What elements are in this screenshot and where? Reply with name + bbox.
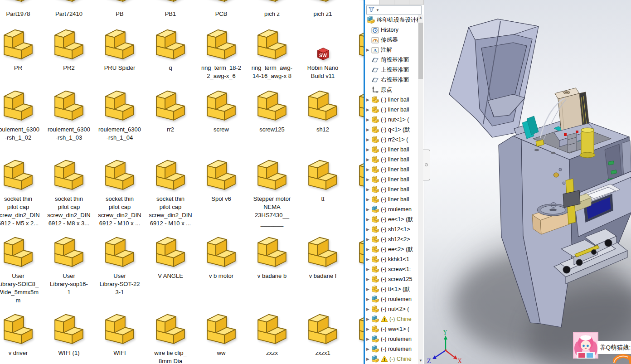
expand-arrow-icon[interactable]: ▶ (365, 267, 371, 272)
part-file-icon[interactable] (102, 233, 138, 270)
expand-arrow-icon[interactable]: ▶ (365, 137, 371, 142)
file-item-label[interactable]: PB (95, 10, 145, 18)
file-item-label[interactable]: v badane b (247, 272, 297, 280)
part-file-icon[interactable] (152, 87, 189, 123)
scrollbar-thumb[interactable] (418, 23, 423, 79)
file-item-label[interactable]: zxzx1 (298, 349, 348, 357)
tree-item-partblue[interactable]: ▶ !(-) Chine (365, 314, 418, 324)
tree-item-part[interactable]: ▶ (-) screw125 (365, 274, 418, 284)
part-file-icon[interactable] (152, 0, 189, 5)
expand-arrow-icon[interactable]: ▶ (365, 237, 371, 242)
featuremanager-tabs[interactable] (365, 0, 424, 5)
tree-item-partblue[interactable]: ▶ (-) roulemen (365, 294, 418, 304)
tree-item-part[interactable]: ▶ (-) ee<1> (默 (365, 214, 418, 224)
tree-item-plane[interactable]: 上视基准面 (365, 65, 418, 75)
file-item-label[interactable]: wire tie clip_8mm Dia (146, 349, 195, 364)
expand-arrow-icon[interactable]: ▶ (365, 307, 371, 311)
tree-item-note[interactable]: ▶A注解 (365, 45, 418, 55)
tree-item-plane[interactable]: 前视基准面 (365, 55, 418, 65)
tree-item-part[interactable]: ▶ (-) liner ball (365, 165, 418, 175)
part-file-icon[interactable] (203, 26, 239, 62)
part-file-icon[interactable] (203, 87, 239, 123)
expand-arrow-icon[interactable]: ▶ (365, 337, 371, 341)
expand-arrow-icon[interactable]: ▶ (365, 357, 371, 361)
part-file-icon[interactable] (305, 311, 341, 347)
part-file-icon[interactable] (254, 233, 290, 270)
file-item-label[interactable]: Part72410 (44, 10, 94, 18)
tree-item-partblue[interactable]: ▶ (-) roulemen (365, 204, 418, 214)
expand-arrow-icon[interactable]: ▶ (365, 117, 371, 122)
part-file-icon[interactable] (254, 156, 290, 193)
tab-propertymanager[interactable] (380, 0, 395, 5)
expand-arrow-icon[interactable]: ▶ (365, 287, 371, 291)
file-item-label[interactable]: screw (196, 126, 246, 134)
file-explorer-pane[interactable]: Part1978 Part72410 PB (0, 0, 364, 364)
file-item-label[interactable]: Sha- Ad (349, 126, 364, 142)
tree-item-part[interactable]: ▶ (-) nut<2> ( (365, 304, 418, 314)
file-item-label[interactable]: roulement_6300-rsh_1_04 (95, 126, 145, 142)
part-file-icon[interactable] (51, 311, 87, 347)
part-file-icon[interactable] (0, 311, 36, 347)
part-file-icon[interactable] (203, 233, 239, 270)
file-item-label[interactable]: UserLibrary-sop16-1 (44, 272, 94, 296)
tab-configurations[interactable] (394, 0, 409, 5)
file-item-label[interactable]: WIFI (95, 349, 145, 357)
file-item-label[interactable]: socket thinpilot capscrew_din2_DIN6912 -… (0, 195, 43, 228)
tree-item-history[interactable]: History (365, 25, 418, 35)
tree-item-part[interactable]: ▶ (-) tt<1> (默 (365, 284, 418, 294)
file-item-label[interactable]: v (349, 272, 364, 280)
file-item-label[interactable]: Spol v6 (196, 195, 246, 203)
part-file-icon[interactable] (254, 26, 290, 62)
file-item-label[interactable]: ww (196, 349, 246, 357)
part-file-icon[interactable] (355, 26, 364, 62)
tree-item-part[interactable]: ▶ (-) liner ball (365, 95, 418, 105)
file-item-label[interactable]: screw125 (247, 126, 297, 134)
part-file-icon[interactable] (51, 156, 87, 193)
file-item-label[interactable]: V ANGLE (146, 272, 195, 280)
file-item-label[interactable]: q (146, 64, 195, 72)
expand-arrow-icon[interactable]: ▶ (365, 297, 371, 301)
file-item-label[interactable]: sh12 (298, 126, 348, 134)
sw-assembly-file-icon[interactable]: SW (305, 26, 341, 62)
expand-arrow-icon[interactable]: ▶ (365, 127, 371, 132)
part-file-icon[interactable] (51, 0, 87, 5)
file-item-label[interactable]: r (349, 10, 364, 18)
tree-item-plane[interactable]: 右视基准面 (365, 75, 418, 85)
file-item-label[interactable]: 移印 (349, 349, 364, 357)
file-item-label[interactable]: pich z1 (298, 10, 348, 18)
tree-item-part[interactable]: ▶ (-) kkhk1<1 (365, 254, 418, 264)
part-file-icon[interactable] (0, 0, 36, 5)
expand-arrow-icon[interactable]: ▶ (365, 227, 371, 232)
part-file-icon[interactable] (102, 156, 138, 193)
tree-item-part[interactable]: ▶ (-) sh12<2> (365, 234, 418, 244)
file-item-label[interactable]: WIFI (1) (44, 349, 94, 357)
file-item-label[interactable]: UserLibrary-SOT-223-1 (95, 272, 145, 296)
file-item-label[interactable]: PB1 (146, 10, 195, 18)
tree-item-part[interactable]: ▶ (-) liner ball (365, 155, 418, 165)
file-item-label[interactable]: socket thinpilot capscrew_din2_DIN6912 -… (44, 195, 94, 228)
tree-root-assembly[interactable]: 移印机设备设计模型 (365, 15, 418, 25)
part-file-icon[interactable] (102, 311, 138, 347)
expand-arrow-icon[interactable]: ▶ (365, 277, 371, 281)
file-item-label[interactable]: v driver (0, 349, 43, 357)
part-file-icon[interactable] (305, 156, 341, 193)
scroll-down-icon[interactable]: ▼ (418, 358, 423, 364)
tab-featuremanager[interactable] (365, 0, 380, 5)
file-item-label[interactable]: pich z (247, 10, 297, 18)
tree-item-partblue[interactable]: ▶ !(-) Chine (365, 354, 418, 364)
file-item-label[interactable]: Part1978 (0, 10, 43, 18)
tree-item-part[interactable]: ▶ (-) liner ball (365, 145, 418, 155)
part-file-icon[interactable] (102, 26, 138, 62)
expand-arrow-icon[interactable]: ▶ (365, 167, 371, 172)
part-file-icon[interactable] (102, 87, 138, 123)
expand-arrow-icon[interactable]: ▶ (365, 197, 371, 202)
file-item-label[interactable]: v badane f (298, 272, 348, 280)
file-item-label[interactable]: rr2 (146, 126, 195, 134)
expand-arrow-icon[interactable]: ▶ (365, 247, 371, 252)
feature-tree[interactable]: 移印机设备设计模型History传感器▶A注解前视基准面上视基准面右视基准面原点… (365, 15, 418, 364)
part-file-icon[interactable] (203, 0, 239, 5)
expand-arrow-icon[interactable]: ▶ (365, 48, 371, 52)
part-file-icon[interactable] (51, 233, 87, 270)
tree-item-part[interactable]: ▶ (-) liner ball (365, 184, 418, 194)
part-file-icon[interactable] (254, 0, 290, 5)
